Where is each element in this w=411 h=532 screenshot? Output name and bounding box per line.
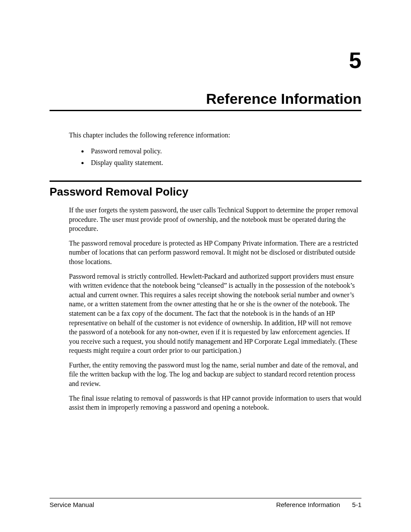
body-paragraph: Password removal is strictly controlled.… [69,272,361,355]
list-item: Display quality statement. [88,157,361,168]
footer-page-number: 5-1 [352,501,361,508]
section-rule [50,180,361,182]
footer-section-name: Reference Information [276,501,340,508]
chapter-rule [50,110,361,111]
chapter-number: 5 [50,47,361,73]
body-paragraph: Further, the entity removing the passwor… [69,361,361,389]
section-heading: Password Removal Policy [50,185,361,199]
footer-rule [50,498,361,498]
list-item: Password removal policy. [88,145,361,157]
page-footer: Service Manual Reference Information 5-1 [50,498,361,508]
section-body: If the user forgets the system password,… [69,205,361,412]
footer-left: Service Manual [50,501,94,508]
footer-row: Service Manual Reference Information 5-1 [50,501,361,508]
intro-bullet-list: Password removal policy. Display quality… [75,145,361,168]
intro-paragraph: This chapter includes the following refe… [69,131,361,140]
footer-right: Reference Information 5-1 [276,501,361,508]
document-page: 5 Reference Information This chapter inc… [0,0,411,532]
body-paragraph: The final issue relating to removal of p… [69,394,361,412]
body-paragraph: The password removal procedure is protec… [69,239,361,267]
body-paragraph: If the user forgets the system password,… [69,205,361,233]
chapter-title: Reference Information [50,90,361,107]
